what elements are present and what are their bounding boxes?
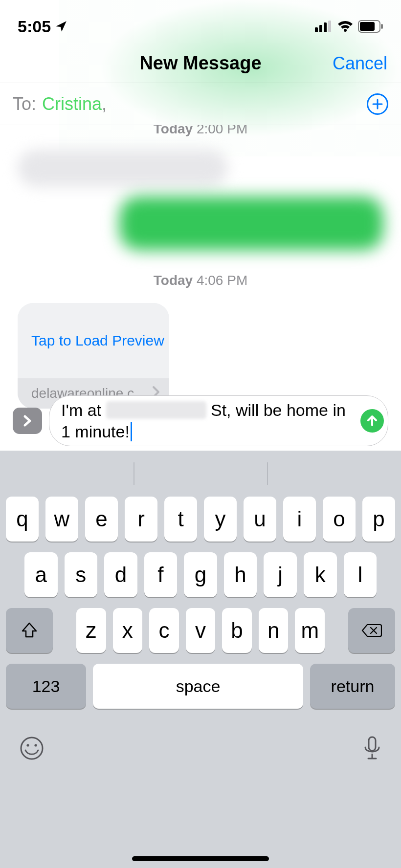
svg-point-9 (26, 744, 29, 746)
send-button[interactable] (360, 409, 384, 433)
key-j[interactable]: j (264, 552, 297, 597)
key-return[interactable]: return (310, 664, 395, 709)
microphone-icon (363, 736, 381, 761)
add-contact-button[interactable] (367, 93, 388, 115)
composer-bar: I'm at St, will be home in 1 minute! (0, 391, 401, 451)
key-x[interactable]: x (113, 608, 143, 653)
key-k[interactable]: k (304, 552, 337, 597)
key-row-4: 123 space return (0, 664, 401, 709)
key-o[interactable]: o (323, 497, 356, 542)
key-w[interactable]: w (45, 497, 78, 542)
key-y[interactable]: y (204, 497, 237, 542)
suggestion-bar[interactable] (0, 451, 401, 497)
keyboard: q w e r t y u i o p a s d f g h j k l (0, 451, 401, 868)
wifi-icon (337, 21, 353, 32)
key-shift[interactable] (6, 608, 53, 653)
chevron-right-icon (22, 414, 32, 427)
key-s[interactable]: s (65, 552, 98, 597)
to-recipient[interactable]: Cristina (42, 94, 102, 114)
key-u[interactable]: u (244, 497, 276, 542)
link-preview-cta[interactable]: Tap to Load Preview (18, 303, 169, 378)
key-row-2: a s d f g h j k l (0, 552, 401, 597)
status-bar: 5:05 (0, 0, 401, 44)
arrow-up-icon (366, 414, 379, 427)
message-input[interactable]: I'm at St, will be home in 1 minute! (49, 395, 388, 446)
svg-rect-6 (360, 22, 375, 31)
shift-icon (21, 622, 38, 639)
key-i[interactable]: i (283, 497, 316, 542)
key-c[interactable]: c (149, 608, 179, 653)
key-h[interactable]: h (224, 552, 257, 597)
to-label: To: (13, 94, 36, 114)
key-numbers[interactable]: 123 (6, 664, 86, 709)
svg-rect-3 (328, 21, 331, 32)
keyboard-bottom-row (0, 719, 401, 777)
key-f[interactable]: f (144, 552, 178, 597)
key-e[interactable]: e (85, 497, 118, 542)
suggestion-separator (134, 462, 134, 485)
dictation-button[interactable] (363, 736, 381, 761)
key-r[interactable]: r (125, 497, 157, 542)
thread-timestamp: Today 4:06 PM (0, 273, 401, 288)
key-p[interactable]: p (362, 497, 395, 542)
backspace-icon (361, 623, 382, 638)
svg-rect-7 (381, 24, 383, 29)
svg-rect-1 (319, 25, 322, 32)
cancel-button[interactable]: Cancel (333, 53, 387, 74)
prior-timestamp: Today 2:00 PM (0, 125, 401, 137)
location-arrow-icon (55, 20, 67, 33)
key-row-3: z x c v b n m (0, 608, 401, 653)
suggestion-separator (267, 462, 268, 485)
text-cursor (131, 422, 132, 441)
message-input-text: I'm at St, will be home in 1 minute! (61, 399, 353, 442)
key-q[interactable]: q (6, 497, 39, 542)
key-n[interactable]: n (259, 608, 289, 653)
key-l[interactable]: l (344, 552, 377, 597)
outgoing-message-redacted (119, 196, 383, 250)
nav-bar: New Message Cancel (0, 44, 401, 83)
key-row-1: q w e r t y u i o p (0, 497, 401, 542)
status-time: 5:05 (18, 17, 51, 36)
key-space[interactable]: space (93, 664, 303, 709)
svg-point-4 (344, 29, 347, 32)
svg-rect-11 (369, 737, 376, 751)
to-comma: , (102, 94, 107, 114)
key-b[interactable]: b (222, 608, 252, 653)
key-g[interactable]: g (184, 552, 217, 597)
expand-button[interactable] (13, 408, 42, 434)
svg-point-10 (34, 744, 37, 746)
key-a[interactable]: a (24, 552, 58, 597)
redacted-text (106, 401, 206, 419)
key-z[interactable]: z (76, 608, 106, 653)
key-v[interactable]: v (186, 608, 216, 653)
svg-rect-2 (324, 22, 327, 32)
incoming-message-redacted (18, 150, 228, 187)
svg-rect-0 (315, 27, 318, 32)
to-field[interactable]: To: Cristina, (0, 83, 401, 125)
cell-signal-icon (315, 21, 333, 32)
battery-icon (358, 20, 383, 33)
plus-icon (372, 98, 383, 110)
home-indicator[interactable] (132, 856, 269, 861)
key-backspace[interactable] (348, 608, 395, 653)
emoji-icon (20, 736, 44, 760)
key-t[interactable]: t (164, 497, 197, 542)
emoji-button[interactable] (20, 736, 44, 760)
svg-point-8 (21, 738, 43, 759)
page-title: New Message (139, 53, 261, 74)
key-d[interactable]: d (104, 552, 137, 597)
key-m[interactable]: m (295, 608, 325, 653)
